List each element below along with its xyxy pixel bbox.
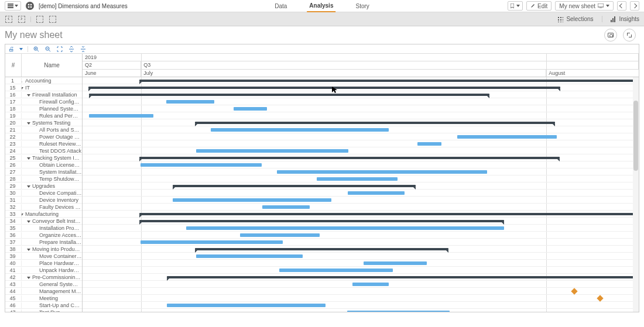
col-number-header[interactable]: # [5,54,22,77]
table-row[interactable]: 28Temp Shutdown for IT Audit [5,175,82,183]
expand-all-button[interactable] [68,46,75,53]
collapse-all-button[interactable] [80,46,87,53]
step-back-button[interactable] [5,15,13,23]
nav-story[interactable]: Story [353,0,371,12]
summary-bar[interactable] [139,213,637,215]
table-row[interactable]: 29Upgrades [5,183,82,190]
menu-button[interactable] [5,1,21,11]
task-bar[interactable] [352,283,389,286]
milestone-diamond[interactable] [571,288,577,294]
task-bar[interactable] [457,135,557,139]
table-row[interactable]: 44Management Meeting [5,288,82,295]
summary-bar[interactable] [173,185,416,187]
table-row[interactable]: 35Installation Process Overview [5,225,82,232]
step-forward-button[interactable] [18,15,26,23]
task-bar[interactable] [262,205,310,209]
vertical-scrollbar[interactable] [633,77,639,312]
task-bar[interactable] [173,198,331,202]
caret-down-icon[interactable] [27,221,30,223]
table-row[interactable]: 37Prepare Installation Area [5,239,82,246]
table-row[interactable]: 34Conveyor Belt Installation [5,218,82,225]
table-row[interactable]: 36Organize Access for Vendors [5,232,82,239]
table-row[interactable]: 25Tracking System Installation [5,154,82,161]
milestone-diamond[interactable] [597,295,603,301]
caret-down-icon[interactable] [27,277,30,279]
table-row[interactable]: 47Test Run [5,309,82,312]
table-row[interactable]: 46Start-Up and Commissioning [5,302,82,309]
selections-tool-button[interactable]: Selections [557,16,593,22]
table-row[interactable]: 18Planned System Restart [5,105,82,112]
task-bar[interactable] [347,311,450,312]
bookmarks-button[interactable] [508,1,523,11]
smart-search-button[interactable] [49,15,57,23]
task-bar[interactable] [417,142,441,146]
task-bar[interactable] [167,304,326,307]
table-row[interactable]: 20Systems Testing [5,119,82,126]
table-row[interactable]: 21All Ports and Services Testing [5,126,82,133]
task-bar[interactable] [141,163,262,167]
task-bar[interactable] [240,233,320,237]
zoom-out-button[interactable] [44,46,52,53]
caret-right-icon[interactable] [22,80,24,84]
table-row[interactable]: 38Moving into Production Facility [5,246,82,253]
task-bar[interactable] [196,149,348,153]
gantt-object[interactable]: 🖨 # Name 1Accounting15IT16Firewall Insta… [5,44,639,312]
summary-bar[interactable] [195,248,448,250]
next-sheet-button[interactable] [630,1,639,11]
zoom-fit-button[interactable] [56,46,63,53]
task-bar[interactable] [211,128,389,132]
table-row[interactable]: 1Accounting [5,77,82,84]
task-bar[interactable] [89,114,153,118]
table-row[interactable]: 17Firewall Configuration [5,98,82,105]
scrollbar-thumb[interactable] [633,101,638,171]
task-bar[interactable] [234,107,267,111]
table-row[interactable]: 26Obtain Licenses from the Vendor [5,161,82,168]
table-row[interactable]: 33Manufacturing [5,211,82,218]
clear-selections-button[interactable] [36,15,44,23]
task-bar[interactable] [196,254,303,258]
summary-bar[interactable] [195,122,555,124]
table-row[interactable]: 24Test DDOS Attack [5,147,82,154]
task-bar[interactable] [348,191,405,195]
table-row[interactable]: 15IT [5,84,82,91]
insights-button[interactable]: Insights [602,16,639,22]
edit-button[interactable]: Edit [526,1,551,11]
table-row[interactable]: 22Power Outage Tests [5,133,82,140]
caret-down-icon[interactable] [27,249,30,251]
task-bar[interactable] [186,226,504,230]
table-row[interactable]: 32Faulty Devices Check [5,204,82,211]
task-bar[interactable] [166,100,215,104]
sheet-selector[interactable]: My new sheet [555,1,614,11]
table-row[interactable]: 39Move Containers from Storage [5,253,82,260]
nav-analysis[interactable]: Analysis [307,0,335,12]
caret-down-icon[interactable] [27,94,30,97]
task-bar[interactable] [141,240,283,244]
print-button[interactable]: 🖨 [8,46,15,53]
caret-down-icon[interactable] [22,214,23,216]
prev-sheet-button[interactable] [617,1,626,11]
table-row[interactable]: 16Firewall Installation [5,91,82,98]
caret-down-icon[interactable] [27,185,30,188]
summary-bar[interactable] [89,94,489,96]
zoom-in-button[interactable] [33,46,40,53]
table-row[interactable]: 41Unpack Hardware and Move Inside [5,267,82,274]
fullscreen-button[interactable] [623,29,636,42]
gantt-timeline[interactable]: 2019 Q2 Q3 June July August [83,54,639,312]
task-bar[interactable] [277,170,487,174]
summary-bar[interactable] [139,220,504,222]
table-row[interactable]: 45Meeting [5,295,82,302]
snapshot-button[interactable] [604,29,617,42]
task-bar[interactable] [317,177,398,181]
summary-bar[interactable] [88,87,561,89]
caret-down-icon[interactable] [22,87,23,90]
caret-down-icon[interactable] [27,157,30,160]
table-row[interactable]: 27System Installation [5,168,82,175]
task-bar[interactable] [364,261,427,265]
summary-bar[interactable] [139,80,637,82]
table-row[interactable]: 42Pre-Commissioning Activities [5,274,82,281]
summary-bar[interactable] [139,157,560,159]
summary-bar[interactable] [167,276,637,278]
task-bar[interactable] [279,269,393,272]
caret-down-icon[interactable] [27,122,30,125]
table-row[interactable]: 19Rules and Permissions Audit [5,112,82,119]
